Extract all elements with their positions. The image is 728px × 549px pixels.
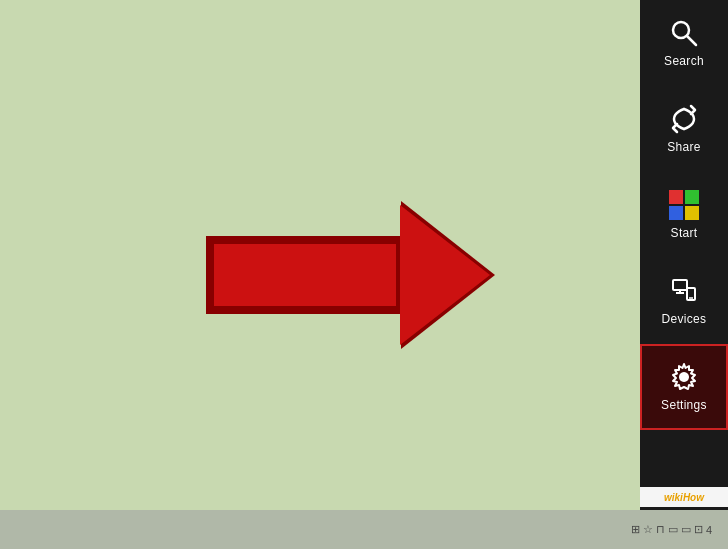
charm-search-label: Search: [664, 54, 704, 68]
arrow-indicator: [210, 205, 490, 345]
svg-rect-2: [673, 280, 687, 290]
taskbar-volume-icon: ☆: [643, 523, 653, 536]
charm-devices[interactable]: Devices: [640, 258, 728, 344]
charm-start[interactable]: Start: [640, 172, 728, 258]
search-icon: [669, 18, 699, 48]
taskbar-window2-icon: ▭: [681, 523, 691, 536]
taskbar: ⊞ ☆ ⊓ ▭ ▭ ⊡ 4: [0, 510, 728, 549]
start-icon: [669, 190, 699, 220]
devices-icon: [669, 276, 699, 306]
charm-start-label: Start: [671, 226, 698, 240]
charm-share-label: Share: [667, 140, 701, 154]
charms-bar: Search Share Start: [640, 0, 728, 510]
svg-line-1: [687, 36, 696, 45]
share-icon: [669, 104, 699, 134]
settings-icon: [669, 362, 699, 392]
taskbar-num-icon: 4: [706, 524, 712, 536]
charm-search[interactable]: Search: [640, 0, 728, 86]
charm-settings[interactable]: Settings: [640, 344, 728, 430]
charm-share[interactable]: Share: [640, 86, 728, 172]
taskbar-folder-icon: ⊓: [656, 523, 665, 536]
charm-settings-label: Settings: [661, 398, 707, 412]
taskbar-window-icon: ▭: [668, 523, 678, 536]
taskbar-monitor-icon: ⊡: [694, 523, 703, 536]
wikihow-watermark: wikiHow: [640, 487, 728, 507]
charm-devices-label: Devices: [662, 312, 707, 326]
taskbar-network-icon: ⊞: [631, 523, 640, 536]
